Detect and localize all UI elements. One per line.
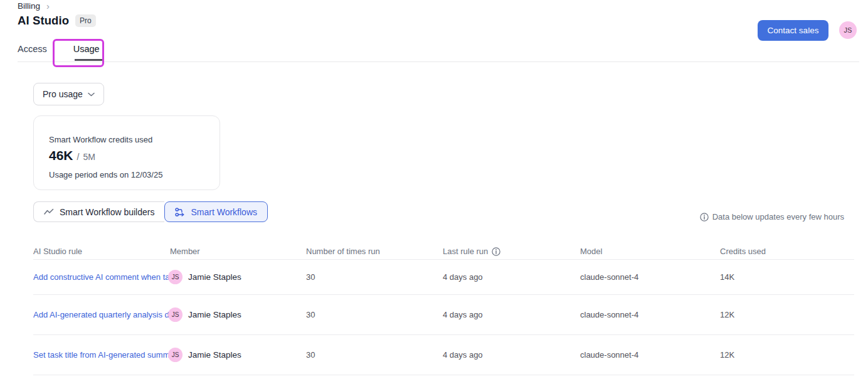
rule-link[interactable]: Add AI-generated quarterly analysis de (33, 310, 170, 319)
credits-cell: 12K (720, 310, 854, 319)
col-header-last-run: Last rule run (443, 247, 580, 256)
segment-label: Smart Workflow builders (60, 207, 154, 217)
member-avatar: JS (168, 348, 183, 362)
page-title: AI Studio (18, 14, 69, 28)
info-icon[interactable] (492, 247, 500, 256)
table-row: Add AI-generated quarterly analysis de J… (33, 295, 854, 335)
chevron-down-icon (88, 92, 95, 97)
view-segmented-control: Smart Workflow builders Smart Workflows (33, 201, 268, 222)
segment-label: Smart Workflows (191, 207, 257, 217)
workflow-icon (175, 208, 185, 216)
credits-separator: / (77, 152, 80, 162)
chevron-right-icon: › (46, 1, 50, 11)
model-cell: claude-sonnet-4 (580, 350, 720, 360)
member-cell: JS Jamie Staples (168, 307, 306, 322)
tabs-divider (18, 61, 859, 62)
breadcrumb: Billing › (18, 1, 50, 11)
col-header-member: Member (170, 247, 306, 256)
tab-access[interactable]: Access (18, 44, 47, 60)
member-name: Jamie Staples (188, 272, 241, 282)
contact-sales-button[interactable]: Contact sales (758, 20, 828, 41)
rule-link[interactable]: Set task title from AI-generated summa (33, 350, 170, 360)
table-row: Set task title from AI-generated summa J… (33, 335, 854, 375)
data-update-note-text: Data below updates every few hours (712, 212, 844, 222)
times-run-cell: 30 (306, 272, 443, 282)
data-update-note: Data below updates every few hours (700, 212, 844, 222)
times-run-cell: 30 (306, 310, 443, 319)
credits-card-title: Smart Workflow credits used (49, 135, 204, 144)
credits-cell: 14K (720, 272, 854, 282)
model-cell: claude-sonnet-4 (580, 310, 720, 319)
col-header-credits: Credits used (720, 247, 854, 256)
col-header-last-run-label: Last rule run (443, 247, 488, 256)
segment-smart-workflows[interactable]: Smart Workflows (164, 201, 268, 222)
table-row: Add constructive AI comment when tas JS … (33, 260, 854, 295)
credits-used-value: 46K (49, 148, 73, 163)
breadcrumb-billing-link[interactable]: Billing (18, 1, 40, 11)
member-name: Jamie Staples (188, 350, 241, 360)
member-name: Jamie Staples (188, 310, 241, 319)
plan-usage-dropdown[interactable]: Pro usage (33, 83, 104, 105)
model-cell: claude-sonnet-4 (580, 272, 720, 282)
info-icon (700, 213, 709, 222)
tab-bar: Access Usage (18, 44, 100, 60)
credits-cell: 12K (720, 350, 854, 360)
last-run-cell: 4 days ago (443, 310, 580, 319)
tab-usage[interactable]: Usage (73, 44, 100, 60)
user-avatar[interactable]: JS (839, 21, 857, 39)
usage-table: AI Studio rule Member Number of times ru… (33, 243, 854, 375)
member-cell: JS Jamie Staples (168, 348, 306, 362)
title-row: AI Studio Pro (18, 14, 96, 28)
table-header-row: AI Studio rule Member Number of times ru… (33, 243, 854, 260)
member-avatar: JS (168, 307, 183, 322)
member-cell: JS Jamie Staples (168, 270, 306, 284)
trend-line-icon (44, 208, 54, 216)
col-header-times-run: Number of times run (306, 247, 443, 256)
rule-link[interactable]: Add constructive AI comment when tas (33, 272, 170, 282)
credits-card: Smart Workflow credits used 46K / 5M Usa… (33, 115, 220, 190)
last-run-cell: 4 days ago (443, 272, 580, 282)
times-run-cell: 30 (306, 350, 443, 360)
last-run-cell: 4 days ago (443, 350, 580, 360)
pro-plan-badge: Pro (75, 14, 96, 27)
segment-smart-workflow-builders[interactable]: Smart Workflow builders (33, 201, 164, 222)
usage-period-note: Usage period ends on 12/03/25 (49, 170, 204, 179)
credits-total-value: 5M (83, 152, 95, 162)
credits-usage-line: 46K / 5M (49, 148, 204, 163)
col-header-model: Model (580, 247, 720, 256)
billing-usage-page: Billing › AI Studio Pro Contact sales JS… (0, 0, 868, 379)
member-avatar: JS (168, 270, 183, 284)
col-header-rule: AI Studio rule (33, 247, 170, 256)
plan-usage-dropdown-label: Pro usage (43, 89, 83, 99)
